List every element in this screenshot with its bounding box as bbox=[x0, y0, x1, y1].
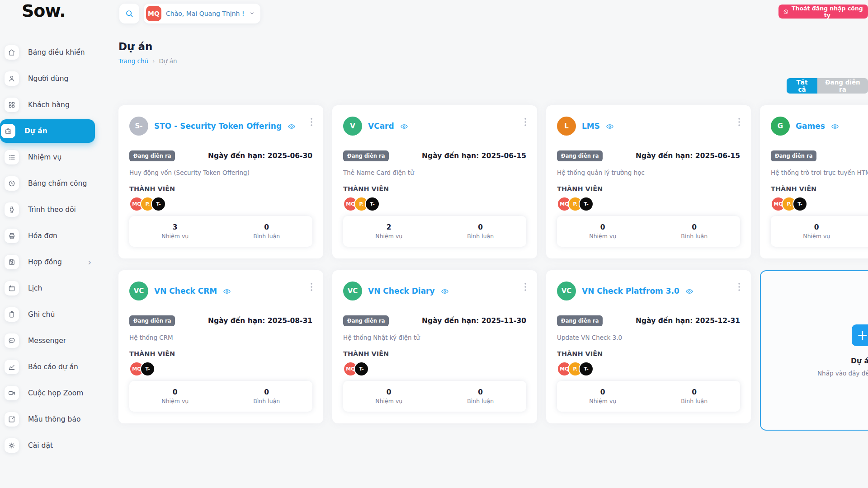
kebab-menu-icon[interactable] bbox=[736, 281, 742, 293]
logout-company-button[interactable]: Thoát đăng nhập công ty bbox=[778, 5, 868, 19]
user-menu[interactable]: MQ Chào, Mai Quang Thịnh ! bbox=[144, 4, 260, 23]
sidebar-item-tracker[interactable]: Trình theo dõi bbox=[0, 197, 99, 223]
breadcrumb-home-link[interactable]: Trang chủ bbox=[118, 57, 148, 65]
sidebar-item-timesheet[interactable]: Bảng chấm công bbox=[0, 170, 99, 197]
sidebar-item-contracts[interactable]: Hợp đồng › bbox=[0, 249, 99, 275]
eye-icon[interactable] bbox=[685, 287, 693, 296]
members-row: MQP.T- bbox=[771, 197, 868, 211]
filter-all-button[interactable]: Tất cả bbox=[787, 78, 817, 94]
comments-label: Bình luận bbox=[221, 233, 313, 239]
app-root: Sow. MQ Chào, Mai Quang Thịnh ! Thoát đă… bbox=[0, 0, 868, 488]
sidebar-item-reports[interactable]: Báo cáo dự án bbox=[0, 354, 99, 380]
project-card: VC VN Check Platfrom 3.0 Đang diễn ra Ng… bbox=[546, 270, 751, 423]
tasks-count: 0 bbox=[343, 388, 435, 396]
sidebar-item-messenger[interactable]: Messenger bbox=[0, 328, 99, 354]
search-button[interactable] bbox=[119, 4, 139, 23]
status-badge: Đang diễn ra bbox=[129, 315, 175, 326]
status-badge: Đang diễn ra bbox=[557, 150, 603, 161]
sidebar-item-label: Người dùng bbox=[28, 75, 68, 83]
sidebar-item-label: Bảng chấm công bbox=[28, 179, 87, 188]
project-description: Update VN Check 3.0 bbox=[557, 334, 740, 341]
project-avatar: V bbox=[343, 117, 362, 136]
home-icon bbox=[5, 45, 19, 60]
sidebar-item-calendar[interactable]: Lịch bbox=[0, 275, 99, 301]
chevron-down-icon bbox=[249, 9, 255, 18]
project-description: Hệ thống Nhật ký điện tử bbox=[343, 334, 526, 341]
tasks-count: 0 bbox=[557, 223, 649, 231]
sidebar-item-label: Nhiệm vụ bbox=[28, 153, 61, 161]
tasks-count: 0 bbox=[129, 388, 221, 396]
project-description: Huy động vốn (Security Token Offering) bbox=[129, 169, 312, 176]
members-title: THÀNH VIÊN bbox=[557, 185, 740, 192]
add-project-button[interactable]: + bbox=[852, 324, 868, 346]
stats-box: 0 Nhiệm vụ 0 Bình luận bbox=[557, 216, 740, 247]
kebab-menu-icon[interactable] bbox=[309, 116, 314, 128]
sidebar-item-notes[interactable]: Ghi chú bbox=[0, 301, 99, 328]
members-title: THÀNH VIÊN bbox=[557, 350, 740, 357]
sidebar-item-settings[interactable]: Cài đặt bbox=[0, 432, 99, 459]
project-title-link[interactable]: VN Check CRM bbox=[154, 286, 217, 296]
project-avatar: VC bbox=[343, 282, 362, 300]
kebab-menu-icon[interactable] bbox=[309, 281, 314, 293]
project-card: VC VN Check Diary Đang diễn ra Ngày đến … bbox=[332, 270, 537, 423]
sidebar-item-projects[interactable]: Dự án bbox=[0, 119, 95, 143]
sidebar-item-tasks[interactable]: Nhiệm vụ bbox=[0, 144, 99, 170]
brand-logo[interactable]: Sow. bbox=[22, 1, 66, 21]
comments-label: Bình luận bbox=[435, 233, 527, 239]
project-card: G Games Đang diễn ra Hệ thống trò trơi t… bbox=[760, 105, 868, 258]
project-title-link[interactable]: LMS bbox=[582, 122, 600, 131]
sidebar-item-zoom[interactable]: Cuộc họp Zoom bbox=[0, 380, 99, 406]
members-title: THÀNH VIÊN bbox=[129, 185, 312, 192]
sidebar-nav: Bảng điều khiển Người dùng Khách hàng Dự… bbox=[0, 39, 99, 459]
kebab-menu-icon[interactable] bbox=[523, 281, 528, 293]
sidebar-item-label: Hợp đồng bbox=[28, 258, 62, 266]
sidebar-item-users[interactable]: Người dùng bbox=[0, 66, 99, 92]
project-title-link[interactable]: VN Check Platfrom 3.0 bbox=[582, 286, 679, 296]
eye-icon[interactable] bbox=[441, 287, 449, 296]
status-badge: Đang diễn ra bbox=[343, 150, 389, 161]
list-icon bbox=[5, 150, 19, 164]
eye-icon[interactable] bbox=[223, 287, 231, 296]
sidebar-item-label: Mẫu thông báo bbox=[28, 415, 80, 423]
sidebar-item-dashboard[interactable]: Bảng điều khiển bbox=[0, 39, 99, 66]
eye-icon[interactable] bbox=[606, 122, 614, 131]
puzzle-icon bbox=[5, 98, 19, 112]
project-card: S- STO - Security Token Offering Đang di… bbox=[118, 105, 323, 258]
project-title-link[interactable]: VCard bbox=[368, 122, 394, 131]
sidebar-item-customers[interactable]: Khách hàng bbox=[0, 92, 99, 118]
sidebar-item-templates[interactable]: Mẫu thông báo bbox=[0, 406, 99, 432]
member-avatar: T- bbox=[579, 197, 594, 211]
tasks-label: Nhiệm vụ bbox=[557, 398, 649, 404]
project-description: Thẻ Name Card điện tử bbox=[343, 169, 526, 176]
sidebar-item-label: Messenger bbox=[28, 337, 66, 345]
sidebar-item-label: Khách hàng bbox=[28, 101, 70, 109]
sidebar-item-label: Cuộc họp Zoom bbox=[28, 389, 83, 397]
watch-icon bbox=[5, 202, 19, 217]
user-icon bbox=[5, 71, 19, 86]
project-avatar: VC bbox=[129, 282, 148, 300]
project-avatar: L bbox=[557, 117, 576, 136]
stats-box: 3 Nhiệm vụ 0 Bình luận bbox=[129, 216, 312, 247]
add-project-card[interactable]: + Dự án Nhấp vào đây để t bbox=[760, 270, 868, 431]
project-title-link[interactable]: VN Check Diary bbox=[368, 286, 435, 296]
eye-icon[interactable] bbox=[400, 122, 408, 131]
due-date: Ngày đến hạn: 2025-12-31 bbox=[636, 317, 740, 325]
members-row: MQP.T- bbox=[557, 197, 740, 211]
member-avatar: T- bbox=[151, 197, 166, 211]
avatar: MQ bbox=[146, 6, 161, 21]
sidebar-item-label: Ghi chú bbox=[28, 310, 55, 319]
project-avatar: VC bbox=[557, 282, 576, 300]
eye-icon[interactable] bbox=[288, 122, 296, 131]
clipboard-icon bbox=[5, 307, 19, 322]
sidebar-item-invoices[interactable]: Hóa đơn bbox=[0, 223, 99, 249]
filter-ongoing-button[interactable]: Đang diễn ra bbox=[817, 78, 868, 94]
kebab-menu-icon[interactable] bbox=[523, 116, 528, 128]
project-title-link[interactable]: Games bbox=[796, 122, 825, 131]
eye-icon[interactable] bbox=[831, 122, 839, 131]
kebab-menu-icon[interactable] bbox=[736, 116, 742, 128]
status-badge: Đang diễn ra bbox=[771, 150, 816, 161]
project-avatar: G bbox=[771, 117, 790, 136]
project-title-link[interactable]: STO - Security Token Offering bbox=[154, 122, 282, 131]
members-row: MQT- bbox=[129, 361, 312, 376]
tasks-count: 0 bbox=[771, 223, 863, 231]
